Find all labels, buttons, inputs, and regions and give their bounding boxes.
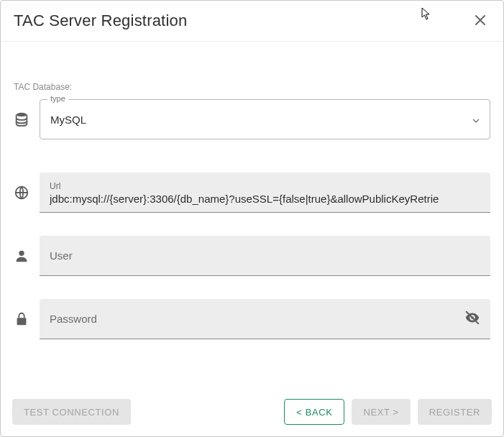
section-label: TAC Database: — [14, 82, 490, 92]
chevron-down-icon — [472, 113, 480, 126]
url-input[interactable] — [50, 193, 480, 205]
url-row: Url — [14, 172, 490, 213]
type-value: MySQL — [50, 114, 472, 126]
close-icon — [475, 14, 486, 28]
footer-right-group: < BACK NEXT > REGISTER — [284, 399, 492, 425]
type-label: type — [47, 94, 68, 103]
user-row — [14, 236, 490, 276]
dialog-footer: TEST CONNECTION < BACK NEXT > REGISTER — [1, 389, 503, 436]
test-connection-button[interactable]: TEST CONNECTION — [12, 399, 131, 425]
globe-icon — [14, 185, 40, 201]
visibility-off-icon[interactable] — [464, 310, 480, 328]
type-select[interactable]: type MySQL — [40, 99, 490, 139]
next-button[interactable]: NEXT > — [352, 399, 410, 425]
url-field[interactable]: Url — [40, 172, 490, 213]
user-input[interactable] — [50, 236, 480, 275]
dialog-header: TAC Server Registration — [1, 1, 503, 42]
type-select-wrap: type MySQL — [40, 99, 490, 139]
svg-point-0 — [17, 113, 27, 117]
registration-dialog: TAC Server Registration TAC Database: ty… — [0, 0, 504, 437]
password-field[interactable] — [40, 299, 490, 339]
password-input[interactable] — [50, 299, 456, 339]
back-button[interactable]: < BACK — [284, 399, 344, 425]
svg-point-2 — [19, 251, 24, 256]
dialog-body: TAC Database: type MySQL Url — [1, 42, 503, 389]
close-button[interactable] — [470, 11, 490, 31]
register-button[interactable]: REGISTER — [418, 399, 492, 425]
dialog-title: TAC Server Registration — [14, 12, 187, 30]
lock-icon — [14, 311, 40, 327]
type-row: type MySQL — [14, 99, 490, 139]
svg-rect-3 — [17, 318, 27, 325]
url-label: Url — [50, 181, 60, 191]
password-row — [14, 299, 490, 339]
user-icon — [14, 248, 40, 264]
database-icon — [14, 111, 40, 127]
user-field[interactable] — [40, 236, 490, 276]
